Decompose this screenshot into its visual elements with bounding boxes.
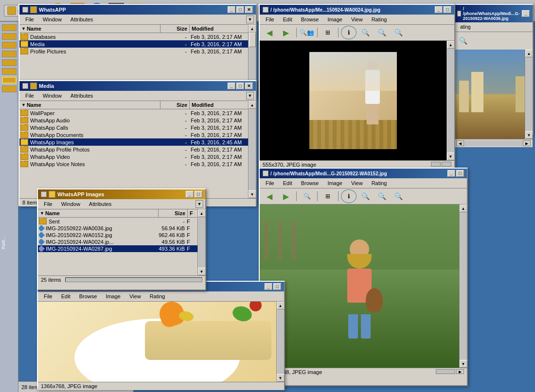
viewer2-titlebar[interactable]: / /phone/WhatsApp/Medi...G-20150922-WA00… <box>454 5 533 22</box>
v1-grid-btn[interactable]: ⊞ <box>320 26 336 39</box>
scroll-track[interactable] <box>249 33 256 83</box>
images-menu-window[interactable]: Window <box>57 200 84 208</box>
filter-icon[interactable]: ▼ <box>246 16 254 23</box>
v3-menu-view[interactable]: View <box>347 179 367 187</box>
v3-menu-file[interactable]: File <box>262 179 278 187</box>
v3-menu-rating[interactable]: Rating <box>368 179 391 187</box>
maximize-btn[interactable]: □ <box>236 6 244 13</box>
row-whatsapp-video[interactable]: WhatsApp Video - Feb 3, 2016, 2:17 AM <box>19 153 248 160</box>
whatsapp-titlebar[interactable]: WhatsAPP _ □ ✕ <box>19 5 256 15</box>
media-menu-attributes[interactable]: Attributes <box>67 92 97 100</box>
media-scroll-down[interactable]: ▼ <box>249 190 256 198</box>
menu-window[interactable]: Window <box>39 16 66 23</box>
media-checkbox[interactable] <box>22 83 28 89</box>
v1-menu-image[interactable]: Image <box>323 16 346 23</box>
row-img-0152[interactable]: IMG-20150922-WA0152.jpg 962.46 KiB F <box>38 232 197 239</box>
images-checkbox[interactable] <box>41 191 47 197</box>
v1-menu-view[interactable]: View <box>347 16 367 23</box>
v3-grid-btn[interactable]: ⊞ <box>320 189 336 203</box>
row-img-0036[interactable]: IMG-20150922-WA0036.jpg 56.94 KiB F <box>38 225 197 232</box>
viewer3-scrollbar[interactable]: ▲ ▼ <box>459 205 467 368</box>
minimize-btn[interactable]: _ <box>228 6 235 13</box>
v1-menu-browse[interactable]: Browse <box>297 16 323 23</box>
sidebar-folder-1[interactable] <box>2 24 17 31</box>
viewer3-checkbox[interactable] <box>263 170 268 176</box>
media-filter-icon[interactable]: ▼ <box>246 92 254 100</box>
sidebar-whatsapp[interactable] <box>2 77 17 84</box>
v2-zoomout-btn[interactable]: 🔍 <box>455 34 471 48</box>
viewer4-maximize[interactable]: □ <box>273 283 281 290</box>
viewer1-minimize[interactable]: _ <box>435 6 443 13</box>
viewer1-maximize[interactable]: □ <box>444 6 451 13</box>
v3-zoomout-btn[interactable]: 🔍 <box>357 189 373 203</box>
v3-hscroll-right[interactable]: ▶ <box>456 369 464 374</box>
viewer2-checkbox[interactable] <box>457 11 461 17</box>
row-img-0287[interactable]: IMG-20150924-WA0287.jpg 493.36 KiB F <box>38 245 197 252</box>
media-menu-file[interactable]: File <box>21 92 38 100</box>
v2-scroll-right[interactable]: ▶ <box>523 140 531 146</box>
images-scrollbar-h[interactable] <box>65 277 202 282</box>
v3-menu-image[interactable]: Image <box>323 179 346 187</box>
v4-menu-edit[interactable]: Edit <box>57 292 74 300</box>
v1-back-btn[interactable]: ◀ <box>262 26 277 39</box>
row-wallpaper[interactable]: WallPaper - Feb 3, 2016, 2:17 AM <box>19 109 248 117</box>
sidebar-folder-6[interactable] <box>2 68 17 75</box>
images-minimize-btn[interactable]: _ <box>186 191 194 198</box>
media-maximize-btn[interactable]: □ <box>236 83 244 89</box>
v2-menu-rating[interactable]: ating <box>456 23 475 31</box>
v3-back-btn[interactable]: ◀ <box>262 189 277 203</box>
scroll-up-btn[interactable]: ▲ <box>249 25 256 33</box>
v1-zoomout-btn[interactable]: 🔍 <box>357 26 373 39</box>
row-media[interactable]: Media - Feb 3, 2016, 2:17 AM <box>19 40 248 48</box>
row-img-0024[interactable]: IMG-20150924-WA0024.jp... 49.56 KiB F <box>38 239 197 245</box>
images-filter-icon[interactable]: ▼ <box>196 200 203 208</box>
media-scroll-track[interactable] <box>249 109 256 190</box>
viewer2-scrollbar[interactable]: ▲ ▼ <box>525 50 533 139</box>
viewer4-scrollbar[interactable]: ▲ ▼ <box>276 302 284 382</box>
row-profile-pictures[interactable]: Profile Pictures - Feb 3, 2016, 2:17 AM <box>19 48 248 55</box>
v1-hscroll[interactable] <box>431 162 441 167</box>
menu-attributes[interactable]: Attributes <box>67 16 97 23</box>
viewer1-scrollbar[interactable]: ▲ ▼ <box>446 41 454 160</box>
viewer1-titlebar[interactable]: / /phone/WhatsApp/Me...150924-WA0024.jpg… <box>260 5 454 15</box>
v2-scroll-track[interactable] <box>464 140 523 146</box>
sidebar-folder-4[interactable] <box>2 51 17 57</box>
v3-zoom-btn[interactable]: 🔍 <box>299 189 315 203</box>
row-sent[interactable]: Sent - F <box>38 218 197 225</box>
v1-menu-edit[interactable]: Edit <box>279 16 296 23</box>
row-whatsapp-voice[interactable]: WhatsApp Voice Notes - Feb 3, 2016, 2:17… <box>19 160 248 168</box>
v1-zoom-btn[interactable]: 🔍👥 <box>299 26 315 39</box>
media-titlebar[interactable]: Media _ □ ✕ <box>19 81 256 91</box>
row-whatsapp-images[interactable]: WhatsApp Images - Feb 3, 2016, 2:45 AM <box>19 138 248 146</box>
v3-forward-btn[interactable]: ▶ <box>278 189 294 203</box>
row-whatsapp-profile[interactable]: WhatsApp Profile Photos - Feb 3, 2016, 2… <box>19 146 248 153</box>
v1-hscroll2[interactable] <box>442 162 451 167</box>
media-minimize-btn[interactable]: _ <box>228 83 235 89</box>
media-scroll-up[interactable]: ▲ <box>249 101 256 109</box>
viewer4-minimize[interactable]: _ <box>265 283 272 290</box>
v4-menu-image[interactable]: Image <box>102 292 125 300</box>
row-whatsapp-audio[interactable]: WhatsApp Audio - Feb 3, 2016, 2:17 AM <box>19 117 248 124</box>
sidebar-folder-3[interactable] <box>2 42 17 49</box>
v4-menu-rating[interactable]: Rating <box>146 292 169 300</box>
v1-zoomin-btn[interactable]: 🔍 <box>374 26 390 39</box>
titlebar-checkbox[interactable] <box>22 7 28 13</box>
row-whatsapp-calls[interactable]: WhatsApp Calls - Feb 3, 2016, 2:17 AM <box>19 124 248 131</box>
viewer2-minimize[interactable]: _ <box>522 10 530 17</box>
row-databases[interactable]: Databases - Feb 3, 2016, 2:17 AM <box>19 33 248 40</box>
v1-menu-rating[interactable]: Rating <box>368 16 391 23</box>
v1-menu-file[interactable]: File <box>262 16 278 23</box>
v3-fit-btn[interactable]: 🔍 <box>391 189 406 203</box>
v1-forward-btn[interactable]: ▶ <box>278 26 294 39</box>
images-scroll-track[interactable] <box>198 217 205 268</box>
images-menu-attributes[interactable]: Attributes <box>85 200 115 208</box>
v3-zoomin-btn[interactable]: 🔍 <box>374 189 390 203</box>
v3-hscroll[interactable] <box>436 369 455 374</box>
images-scroll-up[interactable]: ▲ <box>198 209 206 217</box>
media-scrollbar[interactable]: ▲ ▼ <box>248 101 256 198</box>
v3-info-btn[interactable]: ℹ <box>341 189 357 203</box>
v4-menu-file[interactable]: File <box>40 292 56 300</box>
images-menu-file[interactable]: File <box>40 200 56 208</box>
menu-file[interactable]: File <box>21 16 38 23</box>
sidebar-folder-5[interactable] <box>2 59 17 66</box>
